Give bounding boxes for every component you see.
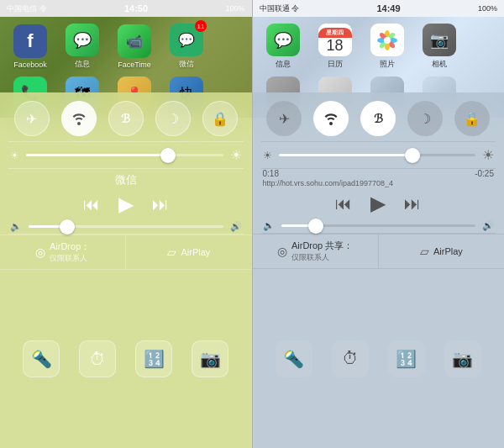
left-carrier: 中国电信 令 xyxy=(7,3,47,14)
r-airdrop-text: AirDrop 共享： 仅限联系人 xyxy=(291,240,353,263)
messages-icon: 💬 xyxy=(66,24,99,56)
app-camera[interactable]: 📷 相机 xyxy=(414,24,465,70)
left-media-controls: ⏮ ▶ ⏭ xyxy=(0,189,252,219)
fast-forward-button[interactable]: ⏭ xyxy=(152,195,169,214)
time-start: 0:18 xyxy=(263,169,279,178)
r-volume-min-icon: 🔈 xyxy=(263,220,275,231)
r-volume-slider[interactable] xyxy=(281,224,476,227)
r-volume-max-icon: 🔊 xyxy=(482,220,494,231)
right-toggle-row: ✈ ℬ ☽ 🔒 xyxy=(253,92,505,141)
r-volume-thumb[interactable] xyxy=(308,219,323,234)
r-fast-forward-button[interactable]: ⏭ xyxy=(404,194,421,213)
right-media-controls: ⏮ ▶ ⏭ xyxy=(253,188,505,219)
brightness-fill xyxy=(26,154,168,156)
camera-right-icon: 📷 xyxy=(423,24,456,56)
volume-slider[interactable] xyxy=(29,225,223,228)
r-brightness-thumb[interactable] xyxy=(405,148,420,163)
wechat-icon: 💬 11 xyxy=(170,24,203,56)
messages-right-icon: 💬 xyxy=(266,24,300,56)
r-airplay-icon: ▱ xyxy=(420,245,429,258)
r-brightness-min-icon: ☀ xyxy=(263,150,272,161)
r-calculator-button[interactable]: 🔢 xyxy=(388,340,425,377)
right-brightness-row: ☀ ☀ xyxy=(253,142,505,168)
right-control-center: ✈ ℬ ☽ 🔒 ☀ ☀ 0:18 -0:25 xyxy=(253,92,505,448)
r-flashlight-button[interactable]: 🔦 xyxy=(276,340,312,377)
app-messages-right[interactable]: 💬 信息 xyxy=(258,24,308,70)
facetime-icon: 📹 xyxy=(118,24,151,58)
r-play-button[interactable]: ▶ xyxy=(370,192,386,215)
r-airplane-toggle[interactable]: ✈ xyxy=(266,101,302,136)
rewind-button[interactable]: ⏮ xyxy=(83,195,100,214)
app-calendar[interactable]: 星期四 18 日历 xyxy=(310,24,360,70)
airplay-icon: ▱ xyxy=(167,245,176,259)
now-playing-url-container: http://hot.vrs.sohu.com/ipad1997708_4 xyxy=(253,178,505,188)
r-donotdisturb-toggle[interactable]: ☽ xyxy=(407,101,443,136)
camera-button[interactable]: 📷 xyxy=(192,340,228,377)
app-photos[interactable]: 照片 xyxy=(362,24,412,70)
volume-thumb[interactable] xyxy=(60,219,75,235)
airplay-button[interactable]: ▱ AirPlay xyxy=(126,235,251,269)
r-wifi-toggle[interactable] xyxy=(313,101,349,136)
airplane-toggle[interactable]: ✈ xyxy=(14,101,50,136)
r-airplay-button[interactable]: ▱ AirPlay xyxy=(379,235,504,268)
right-now-playing-url: http://hot.vrs.sohu.com/ipad1997708_4 xyxy=(263,179,495,187)
right-air-row: ◎ AirDrop 共享： 仅限联系人 ▱ AirPlay xyxy=(253,234,505,269)
right-carrier: 中国联通 令 xyxy=(260,3,300,14)
r-brightness-max-icon: ☀ xyxy=(482,147,494,163)
left-now-playing-title: 微信 xyxy=(10,172,242,187)
r-airdrop-icon: ◎ xyxy=(277,245,287,258)
r-brightness-fill xyxy=(279,154,412,156)
r-airdrop-button[interactable]: ◎ AirDrop 共享： 仅限联系人 xyxy=(253,235,379,268)
facebook-icon: f xyxy=(13,24,47,58)
app-facetime[interactable]: 📹 FaceTime xyxy=(109,24,160,70)
wifi-toggle[interactable] xyxy=(61,101,97,136)
brightness-min-icon: ☀ xyxy=(10,150,19,161)
left-bottom-row: 🔦 ⏱ 🔢 📷 xyxy=(0,270,252,448)
app-wechat[interactable]: 💬 11 微信 xyxy=(161,24,212,70)
play-button[interactable]: ▶ xyxy=(118,192,134,216)
brightness-slider[interactable] xyxy=(26,154,223,156)
left-toggle-row: ✈ ℬ ☽ 🔒 xyxy=(0,92,252,141)
flashlight-button[interactable]: 🔦 xyxy=(23,340,60,377)
left-time: 14:50 xyxy=(124,3,148,13)
timer-button[interactable]: ⏱ xyxy=(79,340,116,377)
r-brightness-slider[interactable] xyxy=(279,154,476,156)
airdrop-button[interactable]: ◎ AirDrop： 仅限联系人 xyxy=(0,235,126,269)
left-volume-row: 🔈 🔊 xyxy=(0,219,252,234)
right-phone-panel: 中国联通 令 14:49 100% 💬 信息 星期四 18 日历 xyxy=(253,0,505,448)
right-status-bar: 中国联通 令 14:49 100% xyxy=(253,0,505,17)
right-volume-row: 🔈 🔊 xyxy=(253,219,505,233)
r-rewind-button[interactable]: ⏮ xyxy=(335,194,352,213)
r-bluetooth-toggle[interactable]: ℬ xyxy=(360,101,396,136)
left-status-bar: 中国电信 令 14:50 100% xyxy=(0,0,252,17)
right-time-row: 0:18 -0:25 xyxy=(253,169,505,178)
right-battery: 100% xyxy=(478,4,497,13)
left-control-center: ✈ ℬ ☽ 🔒 ☀ ☀ 微信 ⏮ xyxy=(0,92,252,448)
donotdisturb-toggle[interactable]: ☽ xyxy=(155,101,191,136)
brightness-thumb[interactable] xyxy=(160,148,176,163)
left-battery: 100% xyxy=(225,4,244,13)
airdrop-icon: ◎ xyxy=(35,245,45,259)
r-rotation-lock-toggle[interactable]: 🔒 xyxy=(454,101,490,136)
r-camera-button[interactable]: 📷 xyxy=(444,340,481,377)
right-time: 14:49 xyxy=(376,3,400,13)
left-air-row: ◎ AirDrop： 仅限联系人 ▱ AirPlay xyxy=(0,235,252,270)
wechat-badge: 11 xyxy=(195,20,207,32)
volume-max-icon: 🔊 xyxy=(230,221,242,232)
calculator-button[interactable]: 🔢 xyxy=(135,340,172,377)
right-bottom-row: 🔦 ⏱ 🔢 📷 xyxy=(253,269,505,448)
volume-min-icon: 🔈 xyxy=(10,221,22,232)
calendar-icon: 星期四 18 xyxy=(318,24,352,56)
bluetooth-toggle[interactable]: ℬ xyxy=(108,101,144,136)
left-now-playing: 微信 xyxy=(0,169,252,189)
r-timer-button[interactable]: ⏱ xyxy=(332,340,369,377)
rotation-lock-toggle[interactable]: 🔒 xyxy=(202,101,238,136)
time-end: -0:25 xyxy=(475,169,494,178)
svg-point-9 xyxy=(384,37,391,44)
app-messages-left[interactable]: 💬 信息 xyxy=(57,24,108,70)
left-phone-panel: 中国电信 令 14:50 100% f Facebook 💬 信息 📹 Face… xyxy=(0,0,252,448)
app-facebook[interactable]: f Facebook xyxy=(5,24,55,70)
photos-icon xyxy=(370,24,404,56)
brightness-max-icon: ☀ xyxy=(230,147,242,163)
left-brightness-row: ☀ ☀ xyxy=(0,142,252,168)
